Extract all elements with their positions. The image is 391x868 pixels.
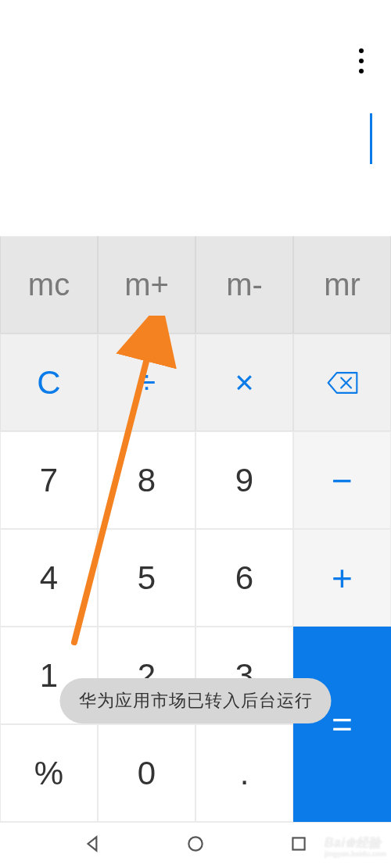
calculator-display[interactable]: [0, 90, 391, 238]
svg-point-2: [188, 837, 202, 850]
keypad: mc m+ m- mr C ÷ × 7 8 9 − 4 5 6 + 1 2 3 …: [0, 236, 391, 822]
digit-5-button[interactable]: 5: [98, 529, 196, 627]
more-options-icon[interactable]: [352, 45, 371, 77]
nav-home-icon[interactable]: [185, 834, 206, 857]
digit-7-button[interactable]: 7: [0, 431, 98, 529]
digit-6-button[interactable]: 6: [196, 529, 293, 627]
topbar: [0, 0, 391, 90]
system-toast: 华为应用市场已转入后台运行: [60, 678, 332, 723]
digit-8-button[interactable]: 8: [98, 431, 196, 529]
clear-button[interactable]: C: [0, 334, 98, 431]
memory-plus-button[interactable]: m+: [98, 236, 196, 334]
memory-recall-button[interactable]: mr: [293, 236, 391, 334]
decimal-button[interactable]: .: [196, 724, 293, 822]
svg-rect-3: [292, 838, 304, 849]
divide-button[interactable]: ÷: [98, 334, 196, 431]
percent-button[interactable]: %: [0, 724, 98, 822]
backspace-icon: [325, 366, 360, 400]
memory-clear-button[interactable]: mc: [0, 236, 98, 334]
minus-button[interactable]: −: [293, 431, 391, 529]
nav-recent-icon[interactable]: [289, 834, 309, 857]
multiply-button[interactable]: ×: [196, 334, 293, 431]
system-navbar: [0, 822, 391, 868]
digit-4-button[interactable]: 4: [0, 529, 98, 627]
nav-back-icon[interactable]: [83, 834, 103, 857]
plus-button[interactable]: +: [293, 529, 391, 627]
memory-minus-button[interactable]: m-: [196, 236, 293, 334]
equals-button[interactable]: =: [293, 627, 391, 822]
text-cursor: [370, 113, 372, 164]
backspace-button[interactable]: [293, 334, 391, 431]
digit-9-button[interactable]: 9: [196, 431, 293, 529]
digit-0-button[interactable]: 0: [98, 724, 196, 822]
